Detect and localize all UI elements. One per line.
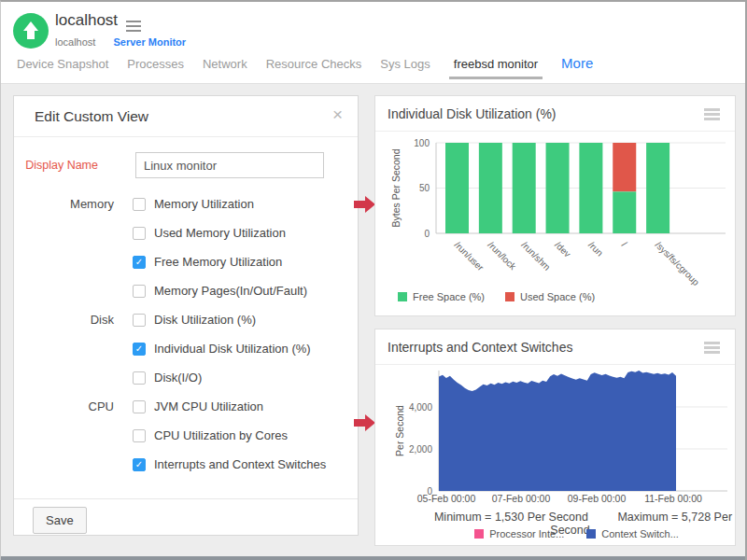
group-label: CPU: [14, 399, 114, 413]
server-monitor-page: localhost localhost Server Monitor Devic…: [0, 0, 747, 560]
svg-text:05-Feb 00:00: 05-Feb 00:00: [417, 493, 476, 504]
metric-row: DiskDisk Utilization (%): [14, 305, 358, 334]
close-icon[interactable]: ×: [332, 105, 343, 125]
svg-text:100: 100: [414, 138, 430, 148]
svg-text:50: 50: [419, 183, 430, 193]
metric-row: Used Memory Utilization: [14, 218, 358, 247]
tab-more[interactable]: More: [561, 55, 593, 79]
legend-label: Processor Inte...: [489, 528, 564, 539]
modal-title: Edit Custom View: [35, 108, 148, 125]
edit-custom-view-modal: Edit Custom View × Display Name MemoryMe…: [13, 95, 359, 536]
svg-text:07-Feb 00:00: 07-Feb 00:00: [492, 493, 551, 504]
metric-row: MemoryMemory Utilization: [14, 189, 358, 218]
svg-text:Bytes Per Second: Bytes Per Second: [390, 148, 402, 227]
legend-item-processor-inte[interactable]: Processor Inte...: [474, 528, 564, 539]
metric-label: Used Memory Utilization: [154, 226, 286, 240]
legend-swatch-icon: [398, 292, 407, 301]
metric-row: ✓Free Memory Utilization: [14, 247, 358, 276]
checkbox-jvm-cpu-utilization[interactable]: [133, 400, 146, 413]
metric-label: Disk(I/O): [154, 371, 202, 385]
svg-text:Per Second: Per Second: [394, 405, 405, 456]
display-name-row: Display Name: [14, 152, 358, 180]
interrupts-card: Interrupts and Context Switches 02,0004,…: [374, 329, 736, 546]
svg-text:0: 0: [424, 229, 430, 239]
svg-text:/: /: [620, 240, 629, 249]
checkbox-disk-i-o[interactable]: [133, 371, 146, 385]
group-label: Disk: [14, 313, 114, 327]
minimum-value: Minimum = 1,530 Per Second: [434, 511, 588, 524]
legend-label: Used Space (%): [520, 291, 595, 302]
svg-text:2,000: 2,000: [409, 444, 432, 455]
disk-utilization-chart: 050100Bytes Per Second/run/user/run/lock…: [375, 132, 737, 298]
checkbox-disk-utilization[interactable]: [133, 314, 146, 327]
tab-network[interactable]: Network: [203, 57, 247, 79]
legend-label: Context Switch...: [601, 528, 679, 539]
display-name-input[interactable]: [135, 152, 324, 178]
metric-label: Interrupts and Context Switches: [154, 457, 326, 471]
metric-row: ✓Interrupts and Context Switches: [14, 450, 358, 479]
chart-menu-icon[interactable]: [704, 108, 720, 122]
top-bar: localhost localhost Server Monitor Devic…: [1, 2, 745, 84]
disk-utilization-card: Individual Disk Utilization (%) 050100By…: [374, 95, 736, 316]
modal-footer: Save: [14, 498, 358, 535]
metric-row: CPU Utilization by Cores: [14, 421, 358, 450]
metric-row: Memory Pages(In/Out/Fault): [14, 276, 358, 305]
disk-chart-legend: Free Space (%)Used Space (%): [398, 291, 595, 302]
arrow-up-icon-stem: [27, 30, 35, 39]
interrupts-chart-title: Interrupts and Context Switches: [388, 340, 572, 355]
metric-rows: MemoryMemory UtilizationUsed Memory Util…: [14, 189, 358, 479]
metric-label: Individual Disk Utilization (%): [154, 342, 311, 356]
tab-freebsd-monitor[interactable]: freebsd monitor: [449, 57, 543, 79]
checkbox-memory-utilization[interactable]: [133, 198, 146, 211]
checkbox-memory-pages-in-out-fault[interactable]: [133, 285, 146, 298]
window-bottom-edge: [1, 556, 745, 560]
display-name-label: Display Name: [14, 159, 98, 172]
tab-resource-checks[interactable]: Resource Checks: [266, 57, 362, 79]
chart-menu-icon[interactable]: [704, 342, 720, 356]
checkbox-individual-disk-utilization[interactable]: ✓: [133, 343, 146, 356]
svg-text:/run/shm: /run/shm: [519, 240, 552, 273]
disk-card-header: Individual Disk Utilization (%): [375, 96, 735, 132]
interrupts-chart-legend: Processor Inte...Context Switch...: [418, 528, 735, 539]
metric-label: CPU Utilization by Cores: [154, 428, 288, 442]
legend-swatch-icon: [505, 292, 514, 301]
checkbox-cpu-utilization-by-cores[interactable]: [133, 429, 146, 442]
legend-label: Free Space (%): [413, 291, 485, 302]
checkbox-used-memory-utilization[interactable]: [133, 227, 146, 240]
page-title: localhost: [55, 11, 118, 30]
svg-text:09-Feb 00:00: 09-Feb 00:00: [568, 493, 627, 504]
metric-label: Disk Utilization (%): [154, 313, 256, 327]
legend-swatch-icon: [586, 529, 596, 539]
metric-label: Memory Utilization: [154, 197, 254, 211]
metric-label: Memory Pages(In/Out/Fault): [154, 284, 307, 298]
checkbox-interrupts-and-context-switches[interactable]: ✓: [133, 458, 146, 471]
legend-item-context-switch[interactable]: Context Switch...: [586, 528, 679, 539]
legend-item-used-space[interactable]: Used Space (%): [505, 291, 595, 302]
svg-text:/run: /run: [586, 240, 605, 259]
metric-row: ✓Individual Disk Utilization (%): [14, 334, 358, 363]
metric-row: Disk(I/O): [14, 363, 358, 392]
svg-text:/dev: /dev: [553, 240, 572, 259]
hamburger-icon[interactable]: [126, 21, 141, 35]
breadcrumb: localhost Server Monitor: [55, 36, 186, 48]
group-label: Memory: [14, 197, 114, 211]
tab-sys-logs[interactable]: Sys Logs: [380, 57, 430, 79]
breadcrumb-link-server-monitor[interactable]: Server Monitor: [113, 36, 186, 48]
legend-swatch-icon: [474, 529, 484, 539]
checkbox-free-memory-utilization[interactable]: ✓: [133, 256, 146, 269]
red-arrow-icon-disk: [354, 196, 375, 213]
monitor-status-avatar: [13, 13, 49, 49]
svg-text:/run/lock: /run/lock: [486, 240, 518, 273]
disk-chart-title: Individual Disk Utilization (%): [388, 106, 557, 121]
metric-label: JVM CPU Utilization: [154, 399, 263, 413]
breadcrumb-host: localhost: [55, 36, 95, 48]
svg-text:4,000: 4,000: [409, 402, 432, 413]
svg-text:/sys/fs/cgroup: /sys/fs/cgroup: [654, 240, 702, 288]
svg-text:/run/user: /run/user: [453, 240, 486, 273]
tab-processes[interactable]: Processes: [127, 57, 184, 79]
svg-text:11-Feb 00:00: 11-Feb 00:00: [644, 493, 702, 504]
tab-device-snapshot[interactable]: Device Snapshot: [17, 57, 108, 79]
legend-item-free-space[interactable]: Free Space (%): [398, 291, 485, 302]
save-button[interactable]: Save: [33, 507, 87, 534]
modal-header: Edit Custom View ×: [14, 96, 358, 137]
